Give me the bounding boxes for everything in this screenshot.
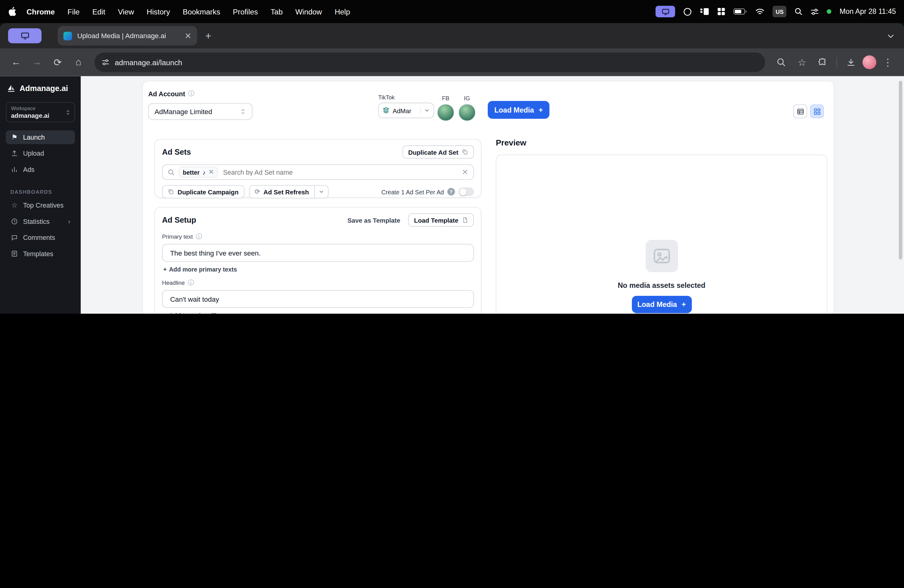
star-icon: ☆ <box>11 201 19 209</box>
menubar-clock[interactable]: Mon Apr 28 11:45 <box>839 7 896 15</box>
sidebar-item-label: Comments <box>23 234 55 241</box>
tab-favicon <box>63 32 72 40</box>
tiktok-account-value: AdMar <box>393 107 411 114</box>
menu-edit[interactable]: Edit <box>92 7 105 16</box>
ad-set-refresh-button[interactable]: ⟳ Ad Set Refresh <box>250 186 314 198</box>
browser-window: Upload Media | Admanage.ai ✕ + ← → ⟳ ⌂ a… <box>0 23 904 314</box>
help-icon[interactable]: ? <box>447 188 455 195</box>
sidebar-item-label: Launch <box>23 134 45 141</box>
control-center-icon[interactable] <box>811 8 819 15</box>
workspace-selector[interactable]: Workspace admanage.ai <box>6 102 75 122</box>
clear-search-icon[interactable]: ✕ <box>462 168 468 177</box>
filter-chip-better[interactable]: better ♪ ✕ <box>179 167 218 178</box>
menu-bookmarks[interactable]: Bookmarks <box>183 7 220 16</box>
site-settings-icon[interactable] <box>101 58 109 66</box>
sidebar-item-statistics[interactable]: Statistics › <box>6 215 75 229</box>
save-as-template-button[interactable]: Save as Template <box>348 217 400 224</box>
refresh-options-chevron[interactable] <box>314 186 328 198</box>
load-template-button[interactable]: Load Template <box>408 213 474 227</box>
apple-menu-icon[interactable] <box>8 7 16 16</box>
tab-close-icon[interactable]: ✕ <box>185 31 191 40</box>
preview-panel: No media assets selected Load Media + or… <box>496 155 827 314</box>
app-grid-icon[interactable] <box>718 7 725 15</box>
info-icon[interactable]: ⓘ <box>188 279 194 287</box>
add-headline-button[interactable]: + Add more headlines <box>163 312 227 314</box>
duplicate-campaign-button[interactable]: Duplicate Campaign <box>162 185 245 198</box>
menu-app-name[interactable]: Chrome <box>27 7 55 16</box>
ad-set-search-box[interactable]: better ♪ ✕ ✕ <box>162 164 474 180</box>
grid-view-toggle[interactable] <box>810 104 824 118</box>
sidebar-item-templates[interactable]: Templates <box>6 247 75 261</box>
browser-profile-chip[interactable] <box>8 28 41 43</box>
bookmark-star-icon[interactable]: ☆ <box>793 53 811 72</box>
ad-account-select[interactable]: AdManage Limited <box>148 103 253 120</box>
menu-window[interactable]: Window <box>295 7 322 16</box>
tab-title: Upload Media | Admanage.ai <box>77 32 179 40</box>
ig-account-avatar[interactable] <box>458 104 476 121</box>
tiktok-account-group: TikTok AdMar <box>378 94 434 119</box>
menu-profiles[interactable]: Profiles <box>233 7 258 16</box>
stage-manager-icon[interactable] <box>700 7 710 15</box>
ig-account-group: IG <box>458 95 476 121</box>
status-dot <box>827 9 831 14</box>
back-button[interactable]: ← <box>7 53 25 72</box>
chip-remove-icon[interactable]: ✕ <box>209 169 214 176</box>
template-file-icon <box>462 217 468 223</box>
load-media-button[interactable]: Load Media + <box>488 101 550 119</box>
spotlight-icon[interactable] <box>795 7 803 15</box>
add-primary-text-button[interactable]: + Add more primary texts <box>163 266 237 273</box>
sidebar-item-comments[interactable]: Comments <box>6 231 75 245</box>
tiktok-account-select[interactable]: AdMar <box>378 103 434 119</box>
forward-button[interactable]: → <box>28 53 46 72</box>
load-media-button-preview[interactable]: Load Media + <box>632 296 692 313</box>
fb-account-avatar[interactable] <box>437 104 454 121</box>
tiktok-account-icon <box>382 107 390 114</box>
search-icon <box>168 169 175 175</box>
reload-button[interactable]: ⟳ <box>49 53 67 72</box>
comments-icon <box>11 234 19 241</box>
app-logo[interactable]: Admanage.ai <box>6 84 75 93</box>
keyboard-layout-indicator[interactable]: US <box>773 6 787 17</box>
app-sidebar: Admanage.ai Workspace admanage.ai ⚑ Laun… <box>0 76 81 314</box>
new-tab-button[interactable]: + <box>205 30 212 42</box>
sidebar-item-ads[interactable]: Ads <box>6 163 75 177</box>
menu-view[interactable]: View <box>118 7 134 16</box>
create-per-ad-toggle[interactable] <box>458 187 474 196</box>
wifi-icon[interactable] <box>755 8 765 15</box>
screen-sharing-indicator[interactable] <box>656 6 675 17</box>
sidebar-item-launch[interactable]: ⚑ Launch <box>6 130 75 144</box>
create-per-ad-row: Create 1 Ad Set Per Ad ? <box>381 187 474 196</box>
url-text: admanage.ai/launch <box>115 58 182 66</box>
sidebar-item-top-creatives[interactable]: ☆ Top Creatives <box>6 198 75 212</box>
downloads-icon[interactable] <box>842 53 860 72</box>
focus-mode-icon[interactable] <box>683 7 692 16</box>
zoom-icon[interactable] <box>772 53 790 72</box>
toolbar-divider <box>837 57 837 68</box>
browser-menu-icon[interactable]: ⋮ <box>879 53 897 72</box>
fb-account-group: FB <box>437 95 454 121</box>
browser-profile-avatar[interactable] <box>863 55 876 69</box>
address-bar[interactable]: admanage.ai/launch <box>95 52 765 72</box>
menu-history[interactable]: History <box>147 7 170 16</box>
page-viewport: Admanage.ai Workspace admanage.ai ⚑ Laun… <box>0 76 904 314</box>
info-icon[interactable]: ⓘ <box>196 232 202 241</box>
headline-input[interactable] <box>162 290 474 308</box>
ad-account-label: Ad Account <box>148 90 185 97</box>
chevron-updown-icon <box>240 108 246 115</box>
duplicate-ad-set-button[interactable]: Duplicate Ad Set <box>403 145 474 159</box>
table-view-toggle[interactable] <box>793 104 807 118</box>
primary-text-input[interactable] <box>162 244 474 262</box>
home-button[interactable]: ⌂ <box>69 53 88 72</box>
sidebar-item-upload[interactable]: Upload <box>6 146 75 160</box>
menu-file[interactable]: File <box>68 7 80 16</box>
info-icon[interactable]: ⓘ <box>188 90 194 98</box>
browser-tab[interactable]: Upload Media | Admanage.ai ✕ <box>58 26 198 46</box>
ig-label: IG <box>458 95 476 101</box>
extensions-icon[interactable] <box>814 53 832 72</box>
tab-search-icon[interactable] <box>885 30 896 41</box>
menu-help[interactable]: Help <box>335 7 350 16</box>
menu-tab[interactable]: Tab <box>270 7 283 16</box>
ad-set-search-input[interactable] <box>222 168 458 176</box>
battery-icon[interactable] <box>733 8 747 15</box>
page-scrollbar[interactable] <box>899 81 902 259</box>
